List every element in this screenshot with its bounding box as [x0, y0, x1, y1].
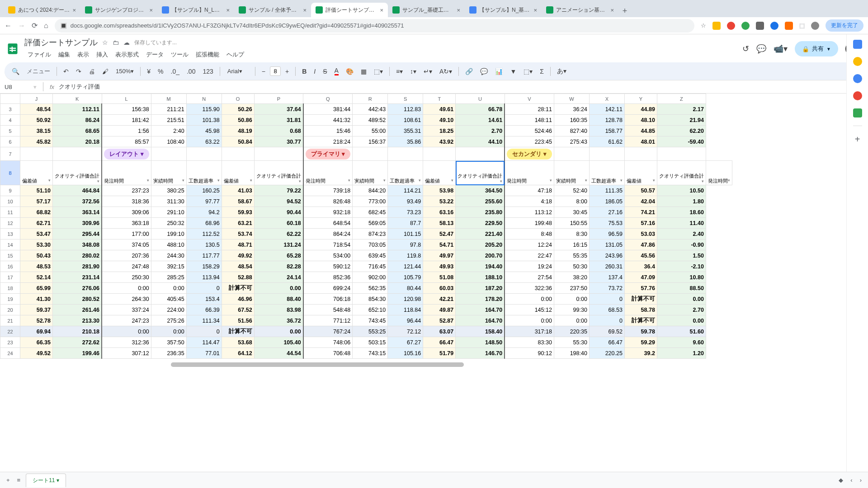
cell[interactable]: 128.78	[589, 115, 624, 126]
cell[interactable]: 706:48	[303, 348, 353, 359]
layout-chip[interactable]: レイアウト ▾	[104, 149, 149, 160]
cell[interactable]: 65.99	[20, 283, 53, 294]
cell[interactable]: 261.46	[53, 305, 102, 315]
cell[interactable]: 1:56	[102, 126, 151, 136]
column-header[interactable]: N	[186, 94, 222, 104]
row-header[interactable]: 23	[0, 337, 20, 348]
cell[interactable]: 2.70	[657, 305, 706, 315]
cell[interactable]: 0	[186, 283, 222, 294]
cell[interactable]: 272.62	[53, 337, 102, 348]
cell[interactable]: 55:35	[554, 250, 589, 261]
cell[interactable]: 281.90	[53, 261, 102, 272]
close-tab-icon[interactable]: ×	[303, 7, 307, 14]
share-button[interactable]: 🔒 共有 ▼	[795, 41, 838, 56]
header-cell[interactable]: 工数超過率▾	[388, 161, 423, 185]
bold-button[interactable]: B	[299, 66, 309, 77]
cell[interactable]: 48.19	[222, 126, 254, 136]
cell[interactable]: 148:11	[505, 115, 554, 126]
cell[interactable]: 827:40	[554, 126, 589, 136]
cell[interactable]: 158.29	[186, 261, 222, 272]
cell[interactable]: 210.18	[53, 326, 102, 337]
filter-icon[interactable]: ▾	[451, 178, 453, 183]
cell[interactable]: 119.8	[388, 250, 423, 261]
cell[interactable]: 112.83	[388, 104, 423, 115]
wrap-button[interactable]: ↵▾	[421, 66, 435, 77]
halign-button[interactable]: ≡▾	[393, 66, 406, 77]
cell[interactable]: 118.84	[388, 305, 423, 315]
currency-button[interactable]: ¥	[144, 66, 153, 77]
valign-button[interactable]: ↕▾	[407, 66, 419, 77]
row-header[interactable]: 19	[0, 294, 20, 305]
filter-icon[interactable]: ▾	[500, 179, 502, 184]
cell[interactable]: 108.61	[388, 115, 423, 126]
cell[interactable]: 682:45	[353, 207, 388, 218]
cell[interactable]: 61.62	[589, 136, 624, 147]
filter-icon[interactable]: ▾	[250, 178, 252, 183]
cell[interactable]: 380:25	[151, 185, 186, 196]
cell[interactable]: 49.92	[222, 250, 254, 261]
column-header[interactable]: U	[456, 94, 505, 104]
row-header[interactable]: 8	[0, 161, 20, 185]
row-header[interactable]: 6	[0, 136, 20, 147]
font-select[interactable]: Arial ▾	[224, 67, 251, 75]
row-header[interactable]: 17	[0, 272, 20, 283]
cell[interactable]: 53.22	[423, 196, 456, 207]
cell[interactable]: 50.92	[20, 115, 53, 126]
cell[interactable]: 59.37	[20, 305, 53, 315]
cell[interactable]: 60.03	[423, 283, 456, 294]
filter-views-button[interactable]: ⬚▾	[521, 66, 535, 77]
filter-icon[interactable]: ▾	[585, 178, 587, 183]
cell[interactable]: 14.61	[456, 115, 505, 126]
cell[interactable]: 639:45	[353, 250, 388, 261]
spreadsheet-grid[interactable]: JKLMNOPQRSTUVWXYZ348.54112.11156:38211:2…	[0, 94, 868, 368]
cell[interactable]: プライマリ ▾	[303, 147, 353, 161]
cell[interactable]: 852:36	[303, 272, 353, 283]
cell[interactable]: 0.00	[657, 294, 706, 305]
borders-button[interactable]: ▦	[358, 66, 369, 77]
star-icon[interactable]: ☆	[701, 22, 706, 29]
cell[interactable]: 67.52	[222, 305, 254, 315]
cell[interactable]: 748:06	[303, 337, 353, 348]
cell[interactable]: 16:15	[554, 239, 589, 250]
cell[interactable]: 235.80	[456, 207, 505, 218]
cell[interactable]: 276.06	[53, 283, 102, 294]
cell[interactable]: 44.10	[456, 136, 505, 147]
cell[interactable]: 51.56	[222, 315, 254, 326]
print-button[interactable]: 🖨	[86, 66, 98, 77]
cell[interactable]: 53.03	[624, 229, 657, 239]
cell[interactable]: 164.70	[456, 305, 505, 315]
primary-chip[interactable]: プライマリ ▾	[306, 149, 351, 160]
cell[interactable]: 309.96	[53, 218, 102, 229]
cell[interactable]: 28:11	[505, 104, 554, 115]
cell[interactable]: 12:24	[505, 239, 554, 250]
cell[interactable]: 15:46	[303, 126, 353, 136]
cell[interactable]: 220.25	[589, 348, 624, 359]
cell[interactable]: 177:00	[102, 229, 151, 239]
cell[interactable]: セカンダリ ▾	[505, 147, 554, 161]
menu-item[interactable]: ツール	[168, 49, 192, 61]
cell[interactable]	[624, 147, 657, 161]
cell[interactable]	[20, 147, 53, 161]
cell[interactable]: 363:18	[102, 218, 151, 229]
cell[interactable]: 計算不可	[624, 315, 657, 326]
cell[interactable]: 88.50	[657, 283, 706, 294]
cell[interactable]: 854:30	[353, 294, 388, 305]
cell[interactable]: 31.81	[254, 115, 303, 126]
cell[interactable]: 231.14	[53, 272, 102, 283]
header-cell[interactable]: 実績時間▾	[353, 161, 388, 185]
cell[interactable]: 47.86	[624, 239, 657, 250]
filter-icon[interactable]: ▾	[653, 178, 655, 183]
cell[interactable]: 101.38	[186, 115, 222, 126]
cell[interactable]: 66.47	[589, 337, 624, 348]
cell[interactable]: 0	[589, 315, 624, 326]
cell[interactable]: 215:51	[151, 115, 186, 126]
cell[interactable]: 57.17	[20, 196, 53, 207]
column-header[interactable]: J	[20, 94, 53, 104]
menu-item[interactable]: ヘルプ	[223, 49, 247, 61]
cell[interactable]: 562:35	[353, 283, 388, 294]
cell[interactable]: 243.96	[589, 250, 624, 261]
close-tab-icon[interactable]: ×	[610, 7, 614, 14]
cell[interactable]: 569:05	[353, 218, 388, 229]
cell[interactable]: 49.10	[423, 115, 456, 126]
forward-button[interactable]: →	[18, 22, 25, 30]
